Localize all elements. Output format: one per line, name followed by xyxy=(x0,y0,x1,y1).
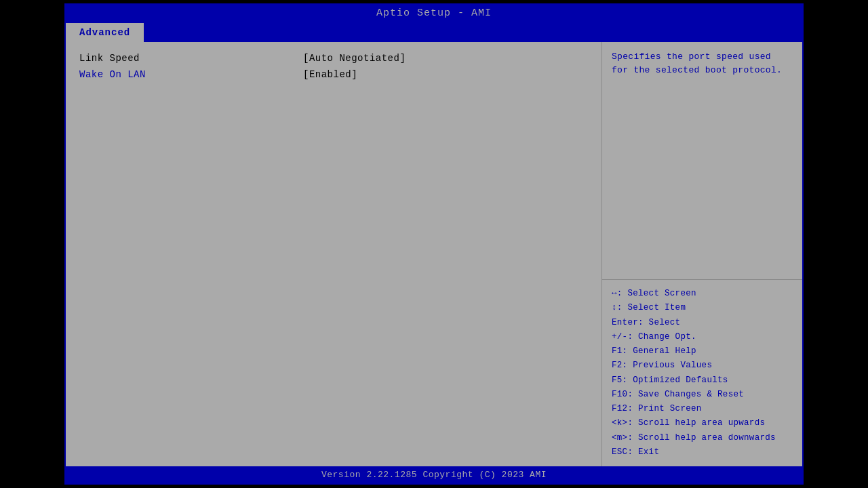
help-text-area: Specifies the port speed usedfor the sel… xyxy=(602,42,802,280)
setting-row-wake-on-lan[interactable]: Wake On LAN [Enabled] xyxy=(79,69,588,80)
link-speed-label: Link Speed xyxy=(79,53,303,64)
main-area: Link Speed [Auto Negotiated] Wake On LAN… xyxy=(66,42,802,466)
shortcut-k: <k>: Scroll help area upwards xyxy=(612,416,793,430)
menu-bar: Advanced xyxy=(66,22,802,42)
bios-container: Aptio Setup - AMI Advanced Link Speed [A… xyxy=(64,3,804,485)
footer-text: Version 2.22.1285 Copyright (C) 2023 AMI xyxy=(321,470,547,480)
shortcut-select-screen: ↔: Select Screen xyxy=(612,287,793,301)
right-panel: Specifies the port speed usedfor the sel… xyxy=(602,42,802,466)
title-bar: Aptio Setup - AMI xyxy=(66,5,802,22)
shortcut-enter: Enter: Select xyxy=(612,316,793,330)
shortcut-f5: F5: Optimized Defaults xyxy=(612,373,793,388)
shortcut-f2: F2: Previous Values xyxy=(612,359,793,373)
link-speed-value: [Auto Negotiated] xyxy=(303,53,406,64)
wake-on-lan-value: [Enabled] xyxy=(303,69,357,80)
setting-row-link-speed[interactable]: Link Speed [Auto Negotiated] xyxy=(79,53,588,64)
title-text: Aptio Setup - AMI xyxy=(376,7,492,19)
menu-item-advanced[interactable]: Advanced xyxy=(66,23,144,42)
wake-on-lan-label: Wake On LAN xyxy=(79,69,303,80)
shortcut-f10: F10: Save Changes & Reset xyxy=(612,388,793,402)
keyboard-shortcuts: ↔: Select Screen ↕: Select Item Enter: S… xyxy=(602,280,802,466)
shortcut-esc: ESC: Exit xyxy=(612,445,793,460)
shortcut-select-item: ↕: Select Item xyxy=(612,301,793,315)
shortcut-m: <m>: Scroll help area downwards xyxy=(612,431,793,445)
shortcut-f1: F1: General Help xyxy=(612,344,793,359)
footer: Version 2.22.1285 Copyright (C) 2023 AMI xyxy=(66,466,802,483)
left-panel: Link Speed [Auto Negotiated] Wake On LAN… xyxy=(66,42,602,466)
shortcut-change-opt: +/-: Change Opt. xyxy=(612,330,793,344)
shortcut-f12: F12: Print Screen xyxy=(612,402,793,416)
help-text: Specifies the port speed usedfor the sel… xyxy=(612,52,782,75)
